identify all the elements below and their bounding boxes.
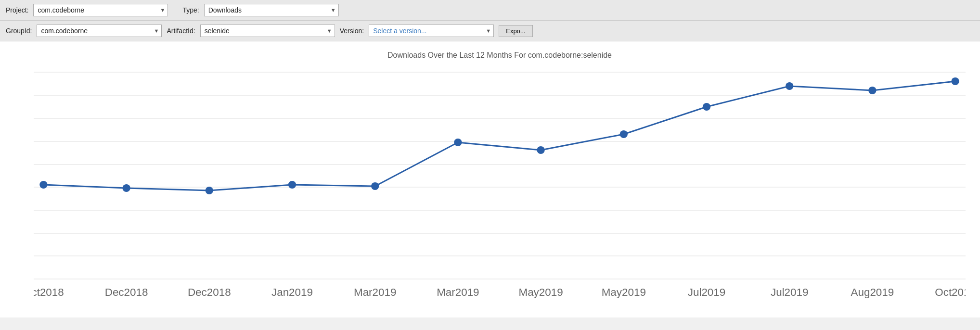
artifactid-select-wrapper: selenide ▼ (200, 25, 335, 37)
project-select-wrapper: com.codeborne ▼ (33, 4, 168, 16)
type-label: Type: (182, 6, 199, 14)
x-label-3: Jan2019 (271, 286, 313, 298)
data-point-11 (951, 77, 959, 85)
toolbar-row-2: GroupId: com.codeborne ▼ ArtifactId: sel… (0, 21, 980, 41)
type-select-wrapper: Downloads ▼ (204, 4, 339, 16)
export-button[interactable]: Expo... (499, 25, 532, 37)
x-label-0: Oct2018 (34, 286, 64, 298)
groupid-select[interactable]: com.codeborne (37, 25, 162, 37)
x-label-5: Mar2019 (437, 286, 479, 298)
data-point-1 (122, 184, 130, 192)
data-point-0 (39, 181, 47, 189)
x-label-11: Oct2019 (935, 286, 966, 298)
data-point-5 (454, 139, 462, 146)
groupid-label: GroupId: (6, 27, 32, 35)
chart-title: Downloads Over the Last 12 Months For co… (34, 51, 966, 60)
line-chart-svg: 0 10,000 20,000 30,000 40,000 50,000 60,… (34, 67, 966, 298)
x-label-6: May2019 (519, 286, 563, 298)
x-label-1: Dec2018 (105, 286, 148, 298)
data-point-6 (537, 146, 544, 154)
x-label-2: Dec2018 (188, 286, 231, 298)
artifactid-label: ArtifactId: (167, 27, 195, 35)
project-label: Project: (6, 6, 28, 14)
x-label-7: May2019 (602, 286, 646, 298)
toolbar-row-1: Project: com.codeborne ▼ Type: Downloads… (0, 0, 980, 21)
data-point-8 (703, 103, 710, 111)
x-label-9: Jul2019 (771, 286, 808, 298)
project-select[interactable]: com.codeborne (33, 4, 168, 16)
type-select[interactable]: Downloads (204, 4, 339, 16)
version-select[interactable]: Select a version... (369, 25, 494, 37)
chart-line (43, 81, 955, 190)
data-point-4 (371, 182, 379, 190)
x-label-10: Aug2019 (851, 286, 894, 298)
data-point-10 (868, 87, 876, 94)
version-select-wrapper: Select a version... ▼ (369, 25, 494, 37)
chart-container: Downloads Over the Last 12 Months For co… (0, 41, 980, 317)
data-point-2 (206, 187, 213, 194)
x-label-8: Jul2019 (688, 286, 725, 298)
data-point-9 (786, 82, 793, 90)
artifactid-select[interactable]: selenide (200, 25, 335, 37)
data-point-3 (288, 181, 296, 189)
version-label: Version: (340, 27, 364, 35)
chart-area: 0 10,000 20,000 30,000 40,000 50,000 60,… (34, 67, 966, 298)
data-point-7 (620, 130, 628, 138)
groupid-select-wrapper: com.codeborne ▼ (37, 25, 162, 37)
x-label-4: Mar2019 (354, 286, 396, 298)
